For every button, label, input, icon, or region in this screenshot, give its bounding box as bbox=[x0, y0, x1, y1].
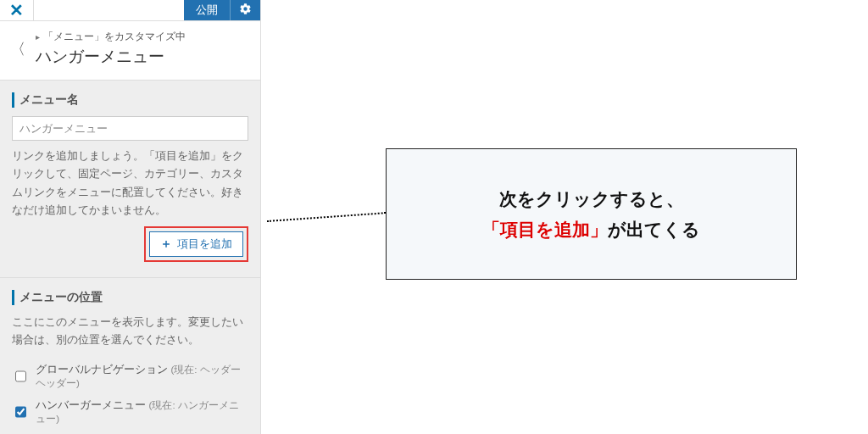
menu-name-label: メニュー名 bbox=[12, 92, 248, 108]
menu-name-input[interactable] bbox=[12, 116, 248, 141]
publish-settings-button[interactable] bbox=[230, 0, 260, 20]
plus-icon: ＋ bbox=[160, 236, 172, 252]
location-item-footer[interactable]: フッターメニュー (現在: フッターメニュー (2)) bbox=[12, 430, 248, 435]
back-button[interactable]: 〈 bbox=[0, 39, 36, 59]
panel-header: 〈 ▸「メニュー」をカスタマイズ中 ハンガーメニュー bbox=[0, 21, 260, 81]
close-icon: ✕ bbox=[9, 0, 24, 20]
add-item-highlight: ＋ 項目を追加 bbox=[144, 226, 248, 262]
location-label: ハンバーガーメニュー bbox=[36, 399, 146, 411]
customizer-panel: ✕ 公開 〈 ▸「メニュー」をカスタマイズ中 ハンガーメニュー メニュー名 リン… bbox=[0, 0, 261, 434]
location-checkbox[interactable] bbox=[15, 406, 26, 418]
panel-title: ハンガーメニュー bbox=[36, 46, 252, 68]
add-item-label: 項目を追加 bbox=[177, 237, 232, 252]
add-item-button[interactable]: ＋ 項目を追加 bbox=[149, 231, 243, 257]
menu-location-help: ここにこのメニューを表示します。変更したい場合は、別の位置を選んでください。 bbox=[12, 314, 248, 350]
menu-name-help: リンクを追加しましょう。「項目を追加」をクリックして、固定ページ、カテゴリー、カ… bbox=[12, 147, 248, 220]
breadcrumb-text: 「メニュー」をカスタマイズ中 bbox=[43, 31, 186, 42]
callout-line1: 次をクリックすると、 bbox=[499, 189, 684, 209]
breadcrumb: ▸「メニュー」をカスタマイズ中 bbox=[36, 30, 252, 44]
location-checkbox[interactable] bbox=[15, 370, 26, 382]
caret-right-icon: ▸ bbox=[36, 32, 40, 42]
gear-icon bbox=[239, 3, 252, 18]
location-item-global-nav[interactable]: グローバルナビゲーション (現在: ヘッダーヘッダー) bbox=[12, 359, 248, 394]
location-item-hamburger[interactable]: ハンバーガーメニュー (現在: ハンガーメニュー) bbox=[12, 394, 248, 430]
publish-label: 公開 bbox=[196, 3, 218, 18]
topbar: ✕ 公開 bbox=[0, 0, 260, 21]
callout-line2-tail: が出てくる bbox=[608, 220, 700, 239]
chevron-left-icon: 〈 bbox=[10, 39, 25, 59]
publish-button[interactable]: 公開 bbox=[184, 0, 230, 20]
menu-location-label: メニューの位置 bbox=[12, 290, 248, 305]
callout-line2-highlight: 「項目を追加」 bbox=[482, 220, 608, 239]
annotation-callout: 次をクリックすると、 「項目を追加」が出てくる bbox=[386, 148, 797, 280]
menu-name-section: メニュー名 リンクを追加しましょう。「項目を追加」をクリックして、固定ページ、カ… bbox=[0, 81, 260, 262]
location-label: グローバルナビゲーション bbox=[36, 364, 168, 376]
annotation-connector bbox=[267, 212, 386, 222]
close-button[interactable]: ✕ bbox=[0, 0, 34, 20]
menu-location-section: メニューの位置 ここにこのメニューを表示します。変更したい場合は、別の位置を選ん… bbox=[0, 278, 260, 434]
